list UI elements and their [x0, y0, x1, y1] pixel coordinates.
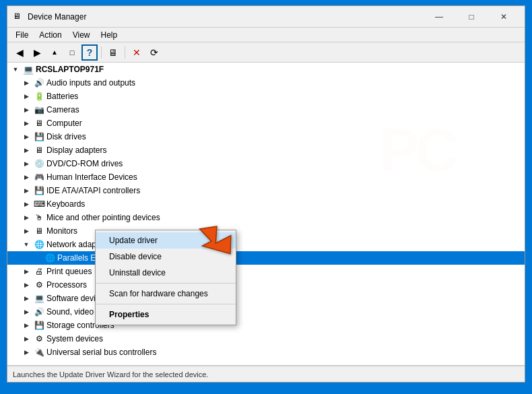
root-expand[interactable]: ▼ — [10, 64, 21, 75]
monitors-expand[interactable]: ▶ — [21, 226, 32, 236]
tree-item-storage[interactable]: ▶ 💾 Storage controllers — [7, 319, 525, 332]
menu-action[interactable]: Action — [34, 29, 67, 41]
remove-button[interactable]: ✕ — [129, 44, 145, 61]
tree-item-usb[interactable]: ▶ 🔌 Universal serial bus controllers — [7, 346, 525, 359]
device-tree[interactable]: PC ▼ 💻 RCSLAPTOP971F ▶ 🔊 Audio inputs an… — [7, 63, 525, 366]
tree-item-ide[interactable]: ▶ 💾 IDE ATA/ATAPI controllers — [7, 184, 525, 197]
system-expand[interactable]: ▶ — [21, 333, 32, 344]
cameras-expand[interactable]: ▶ — [21, 104, 32, 115]
tree-item-printq[interactable]: ▶ 🖨 Print queues — [7, 265, 525, 278]
parallels-icon: 🌐 — [44, 253, 55, 263]
disk-label: Disk drives — [46, 132, 86, 141]
up-button[interactable]: ▲ — [46, 44, 63, 61]
tree-item-audio[interactable]: ▶ 🔊 Audio inputs and outputs — [7, 76, 525, 90]
ctx-sep1 — [96, 283, 236, 284]
minimize-button[interactable]: — — [424, 7, 455, 27]
tree-item-monitors[interactable]: ▶ 🖥 Monitors — [7, 224, 525, 238]
menu-help[interactable]: Help — [96, 29, 123, 41]
status-bar: Launches the Update Driver Wizard for th… — [7, 366, 525, 382]
tree-item-dvd[interactable]: ▶ 💿 DVD/CD-ROM drives — [7, 157, 525, 170]
batteries-expand[interactable]: ▶ — [21, 91, 32, 102]
tree-item-display[interactable]: ▶ 🖥 Display adapters — [7, 143, 525, 157]
menu-file[interactable]: File — [10, 29, 34, 41]
toolbar: ◀ ▶ ▲ □ ? 🖥 ✕ ⟳ — [7, 42, 525, 63]
help-button[interactable]: ? — [81, 44, 98, 61]
keyboards-label: Keyboards — [46, 199, 85, 209]
usb-label: Universal serial bus controllers — [46, 348, 156, 357]
usb-expand[interactable]: ▶ — [21, 347, 32, 358]
forward-button[interactable]: ▶ — [29, 44, 45, 61]
ctx-update-driver[interactable]: Update driver — [96, 232, 236, 249]
menu-bar: File Action View Help — [7, 28, 525, 42]
ide-expand[interactable]: ▶ — [21, 185, 32, 196]
usb-icon: 🔌 — [34, 347, 44, 358]
monitors-icon: 🖥 — [34, 226, 44, 236]
tree-item-processors[interactable]: ▶ ⚙ Processors — [7, 278, 525, 292]
close-button[interactable]: ✕ — [488, 7, 519, 27]
processors-icon: ⚙ — [34, 280, 44, 290]
tree-root[interactable]: ▼ 💻 RCSLAPTOP971F — [7, 63, 525, 76]
tree-item-hid[interactable]: ▶ 🎮 Human Interface Devices — [7, 170, 525, 184]
tree-item-batteries[interactable]: ▶ 🔋 Batteries — [7, 90, 525, 103]
status-text: Launches the Update Driver Wizard for th… — [13, 370, 208, 379]
tree-item-network[interactable]: ▼ 🌐 Network adapters — [7, 238, 525, 251]
back-button[interactable]: ◀ — [11, 44, 28, 61]
hid-expand[interactable]: ▶ — [21, 172, 32, 183]
tree-item-cameras[interactable]: ▶ 📷 Cameras — [7, 103, 525, 117]
cameras-icon: 📷 — [34, 104, 44, 115]
dvd-expand[interactable]: ▶ — [21, 158, 32, 169]
ctx-scan[interactable]: Scan for hardware changes — [96, 286, 236, 302]
display-icon: 🖥 — [34, 145, 44, 156]
tree-item-parallels[interactable]: ▶ 🌐 Parallels Ethernet Adapter — [7, 251, 525, 265]
audio-label: Audio inputs and outputs — [46, 78, 135, 88]
cameras-label: Cameras — [46, 105, 79, 114]
software-expand[interactable]: ▶ — [21, 293, 32, 304]
show-hidden-button[interactable]: □ — [64, 44, 80, 61]
hid-label: Human Interface Devices — [46, 172, 137, 182]
network-expand[interactable]: ▼ — [21, 239, 32, 250]
context-menu: Update driver Disable device Uninstall d… — [95, 230, 236, 325]
ctx-uninstall-device[interactable]: Uninstall device — [96, 265, 236, 281]
audio-expand[interactable]: ▶ — [21, 77, 32, 88]
toolbar-sep1 — [101, 46, 102, 59]
keyboards-expand[interactable]: ▶ — [21, 199, 32, 209]
ide-label: IDE ATA/ATAPI controllers — [46, 186, 140, 195]
printq-expand[interactable]: ▶ — [21, 266, 32, 277]
scan-button[interactable]: ⟳ — [146, 44, 162, 61]
ctx-sep2 — [96, 304, 236, 304]
menu-view[interactable]: View — [67, 29, 96, 41]
computer-button[interactable]: 🖥 — [105, 44, 121, 61]
content-area: PC ▼ 💻 RCSLAPTOP971F ▶ 🔊 Audio inputs an… — [7, 63, 525, 382]
processors-label: Processors — [46, 280, 87, 290]
window-title: Device Manager — [28, 12, 424, 22]
computer-expand[interactable]: ▶ — [21, 118, 32, 129]
ctx-disable-device[interactable]: Disable device — [96, 249, 236, 265]
ctx-properties[interactable]: Properties — [96, 306, 236, 323]
mice-expand[interactable]: ▶ — [21, 212, 32, 223]
system-icon: ⚙ — [34, 333, 44, 344]
toolbar-sep2 — [125, 46, 125, 59]
storage-icon: 💾 — [34, 320, 44, 331]
tree-item-mice[interactable]: ▶ 🖱 Mice and other pointing devices — [7, 211, 525, 224]
processors-expand[interactable]: ▶ — [21, 280, 32, 290]
display-expand[interactable]: ▶ — [21, 145, 32, 156]
batteries-icon: 🔋 — [34, 91, 44, 102]
tree-item-sound[interactable]: ▶ 🔊 Sound, video and game controllers — [7, 305, 525, 319]
tree-item-system[interactable]: ▶ ⚙ System devices — [7, 332, 525, 346]
tree-item-keyboards[interactable]: ▶ ⌨ Keyboards — [7, 197, 525, 211]
dvd-icon: 💿 — [34, 158, 44, 169]
mice-icon: 🖱 — [34, 212, 44, 223]
tree-item-computer[interactable]: ▶ 🖥 Computer — [7, 117, 525, 130]
disk-expand[interactable]: ▶ — [21, 131, 32, 142]
sound-expand[interactable]: ▶ — [21, 306, 32, 317]
tree-item-software[interactable]: ▶ 💻 Software devices — [7, 292, 525, 305]
device-manager-window: 🖥 Device Manager — □ ✕ File Action View … — [7, 5, 525, 383]
tree-item-disk[interactable]: ▶ 💾 Disk drives — [7, 130, 525, 143]
ide-icon: 💾 — [34, 185, 44, 196]
storage-expand[interactable]: ▶ — [21, 320, 32, 331]
system-label: System devices — [46, 334, 103, 343]
mice-label: Mice and other pointing devices — [46, 213, 160, 222]
display-label: Display adapters — [46, 145, 106, 155]
maximize-button[interactable]: □ — [456, 7, 487, 27]
printq-label: Print queues — [46, 267, 92, 276]
